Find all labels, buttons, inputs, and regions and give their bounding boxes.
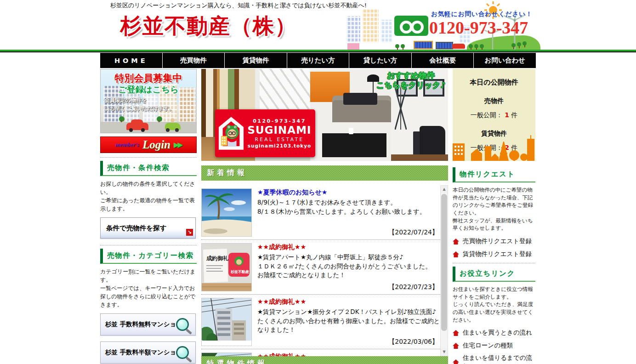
sale-count-value: 1 <box>505 111 509 119</box>
tree-illustration <box>517 42 521 46</box>
phone-number: 0120-973-347 <box>429 17 528 38</box>
city-silhouette-illustration <box>453 134 535 161</box>
link-sale-property-request[interactable]: 売買物件リクエスト登録 <box>453 237 535 246</box>
header-divider-black <box>0 51 636 52</box>
member-banner-note: 会員限定の物件を いち早くご覧いただけます。 <box>104 96 174 113</box>
member-recruit-banner[interactable]: 特別会員募集中 ご登録はこちら 会員限定の物件を いち早くご覧いただけます。 <box>100 69 197 133</box>
cushion-illustration <box>343 93 377 105</box>
news-title[interactable]: ★夏季休暇のお知らせ★ <box>257 188 440 197</box>
floor-illustration <box>391 154 448 161</box>
diagonal-arrow-icon: ↘ <box>186 229 193 236</box>
nav-item-sale-properties[interactable]: 売買物件 <box>162 53 225 68</box>
scrollbar-down-arrow[interactable]: ▼ <box>441 348 448 356</box>
house-icon <box>453 330 459 336</box>
house-icon <box>453 359 459 364</box>
news-date: 【2022/03/06】 <box>257 338 440 346</box>
tree-illustration <box>511 43 516 47</box>
coffee-table-illustration <box>322 133 386 157</box>
news-item[interactable]: ★夏季休暇のお知らせ★ 8/9(火)～１７(水)までお休みをさせて頂きます。 8… <box>201 185 440 240</box>
house-icon <box>453 343 459 349</box>
building-illustration <box>346 16 360 43</box>
link-renting-flow[interactable]: 住まいを借りるまでの流れ <box>453 354 535 364</box>
news-title[interactable]: ★★成約御礼★★ <box>257 353 440 356</box>
category-button-fee-half-mansion[interactable]: 杉並 手数料半額マンション <box>100 341 196 364</box>
news-list-container: ★夏季休暇のお知らせ★ 8/9(火)～１７(水)までお休みをさせて頂きます。 8… <box>201 185 448 356</box>
suginami-brand-card: 0120-973-347 SUGINAMI REAL ESTATE sugina… <box>215 109 315 157</box>
building-illustration <box>362 9 379 43</box>
section-title-useful-links: お役立ちリンク <box>453 267 535 282</box>
login-arrows-icon: ▶▶ <box>174 141 182 149</box>
link-loan-types[interactable]: 住宅ローンの種類 <box>453 341 535 350</box>
news-scrollbar[interactable]: ▲ ▼ <box>440 185 448 356</box>
news-thumbnail-contract-card: 成約御礼 杉並不動産 <box>201 243 252 291</box>
tree-illustration <box>401 44 405 48</box>
magnifier-icon <box>176 318 189 331</box>
site-logo[interactable]: 杉並不動産（株） <box>120 12 297 40</box>
search-sale-by-condition-button[interactable]: 条件で売物件を探す ↘ <box>100 217 196 239</box>
building-illustration <box>380 20 392 43</box>
category-button-label: 杉並 手数料半額マンション <box>105 348 182 357</box>
news-item[interactable]: 成約御礼 杉並不動産 ★★成約御礼★★ ★賃貸アパート★丸ノ内線「中野坂上」駅徒… <box>201 240 440 295</box>
main-content: おすすめ物件 こちらをクリック♪ <box>201 69 448 364</box>
site-tagline: 杉並区のリノベーションマンション購入なら、知識・手数料と潔さでは負けない杉並不動… <box>110 1 367 10</box>
house-icon <box>453 239 459 245</box>
login-label: Login <box>142 138 170 151</box>
link-buying-flow[interactable]: 住まいを買うときの流れ <box>453 328 535 337</box>
car-illustration <box>452 44 465 49</box>
news-date: 【2022/07/24】 <box>257 228 440 237</box>
news-thumbnail-beach <box>201 188 252 237</box>
news-title[interactable]: ★★成約御礼★★ <box>257 298 440 306</box>
magnifier-icon <box>176 346 189 359</box>
tree-illustration <box>395 44 399 48</box>
news-list: ★夏季休暇のお知らせ★ 8/9(火)～１７(水)までお休みをさせて頂きます。 8… <box>201 185 440 356</box>
news-thumbnail-building <box>201 298 252 346</box>
right-sidebar: 本日の公開物件 売物件 一般公開： 1 件 賃貸物件 一般公開： 2 件 <box>453 69 535 364</box>
members-login-button[interactable]: member's Login ▶▶ <box>100 136 197 153</box>
today-properties-box: 本日の公開物件 売物件 一般公開： 1 件 賃貸物件 一般公開： 2 件 <box>453 69 535 161</box>
scrollbar-thumb[interactable] <box>441 194 447 331</box>
road-illustration <box>101 122 196 133</box>
news-section-header: 新着情報 <box>201 165 448 181</box>
news-title[interactable]: ★★成約御礼★★ <box>257 243 440 251</box>
category-button-fee-free-mansion[interactable]: 杉並 手数料無料マンション <box>100 313 196 336</box>
tree-illustration <box>157 116 162 122</box>
sale-open-count: 一般公開： 1 件 <box>453 111 535 119</box>
sale-properties-label: 売物件 <box>453 97 535 105</box>
divider <box>100 245 197 245</box>
section-title-sale-category-search: 売物件・カテゴリー検索 <box>100 249 197 264</box>
featured-section-header: 特選物件情報 <box>201 356 448 364</box>
news-item[interactable]: ★★成約御礼★★ ★賃貸マンション★井の頭線「永福町」駅徒歩約１０分♪２D <box>201 349 440 356</box>
news-text: ★賃貸マンション★振分タイプ２DK！バストイレ別♪独立洗面♪たくさんのお問い合わ… <box>257 307 440 335</box>
news-body: ★夏季休暇のお知らせ★ 8/9(火)～１７(水)までお休みをさせて頂きます。 8… <box>257 188 440 237</box>
property-request-description: 本日の公開物件の中にご希望の物件が見当たらなかった場合、下記のリンクからご希望条… <box>453 186 535 232</box>
recommended-properties-link[interactable]: おすすめ物件 こちらをクリック♪ <box>376 71 445 91</box>
news-item[interactable]: ★★成約御礼★★ ★賃貸マンション★振分タイプ２DK！バストイレ別♪独立洗面♪た… <box>201 295 440 349</box>
link-rent-property-request[interactable]: 賃貸物件リクエスト登録 <box>453 250 535 259</box>
scrollbar-up-arrow[interactable]: ▲ <box>441 186 448 193</box>
nav-item-want-to-sell[interactable]: 売りたい方 <box>287 53 349 68</box>
freedial-icon <box>394 16 428 36</box>
solar-panel-illustration <box>414 41 433 49</box>
member-banner-register: ご登録はこちら <box>101 84 196 95</box>
brand-card-name: SUGINAMI <box>246 124 312 136</box>
link-label: 賃貸物件リクエスト登録 <box>463 250 532 258</box>
news-body: ★★成約御礼★★ ★賃貸アパート★丸ノ内線「中野坂上」駅徒歩５分♪ １ＤＫ２６㎡… <box>257 243 440 291</box>
nav-item-rental-properties[interactable]: 賃貸物件 <box>224 53 287 68</box>
section-title-sale-condition-search: 売物件・条件検索 <box>100 161 197 176</box>
news-body: ★★成約御礼★★ ★賃貸マンション★振分タイプ２DK！バストイレ別♪独立洗面♪た… <box>257 298 440 346</box>
nav-item-want-to-lease[interactable]: 貸したい方 <box>349 53 411 68</box>
nav-item-contact[interactable]: お問い合わせ <box>473 53 536 68</box>
nav-item-home[interactable]: HOME <box>100 53 162 68</box>
news-date: 【2022/07/23】 <box>257 283 440 291</box>
solar-panel-illustration <box>436 42 453 49</box>
search-sale-by-condition-label: 条件で売物件を探す <box>106 224 167 233</box>
useful-links-description: お住まいを探すときに役立つ情報サイトをご紹介します。 じっくり読んでいただき、満… <box>453 285 535 324</box>
section-title-property-request: 物件リクエスト <box>453 167 535 182</box>
hero-slideshow[interactable]: おすすめ物件 こちらをクリック♪ <box>201 69 448 161</box>
link-label: 住宅ローンの種類 <box>463 341 513 350</box>
news-text: ★賃貸アパート★丸ノ内線「中野坂上」駅徒歩５分♪ １ＤＫ２６㎡♪たくさんのお問合… <box>257 253 440 280</box>
svg-text:成約御礼: 成約御礼 <box>206 255 229 262</box>
news-body: ★★成約御礼★★ ★賃貸マンション★井の頭線「永福町」駅徒歩約１０分♪２D <box>257 353 440 356</box>
nav-item-company[interactable]: 会社概要 <box>411 53 474 68</box>
open-label: 一般公開： <box>471 111 503 119</box>
